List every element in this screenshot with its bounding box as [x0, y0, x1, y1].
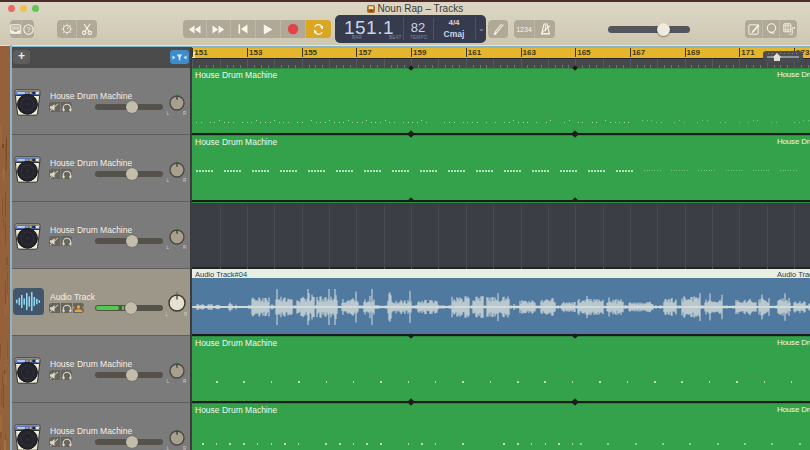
svg-text:L: L: [167, 178, 170, 183]
svg-text:R: R: [183, 446, 187, 450]
svg-text:R: R: [183, 178, 187, 183]
svg-text:L: L: [167, 379, 170, 384]
svg-text:R: R: [184, 312, 188, 317]
svg-text:L: L: [167, 245, 170, 250]
svg-text:R: R: [183, 379, 187, 384]
svg-text:?: ?: [26, 25, 30, 34]
svg-text:L: L: [166, 312, 169, 317]
svg-text:L: L: [167, 446, 170, 450]
svg-text:L: L: [167, 111, 170, 116]
svg-text:R: R: [183, 111, 187, 116]
svg-text:R: R: [183, 245, 187, 250]
